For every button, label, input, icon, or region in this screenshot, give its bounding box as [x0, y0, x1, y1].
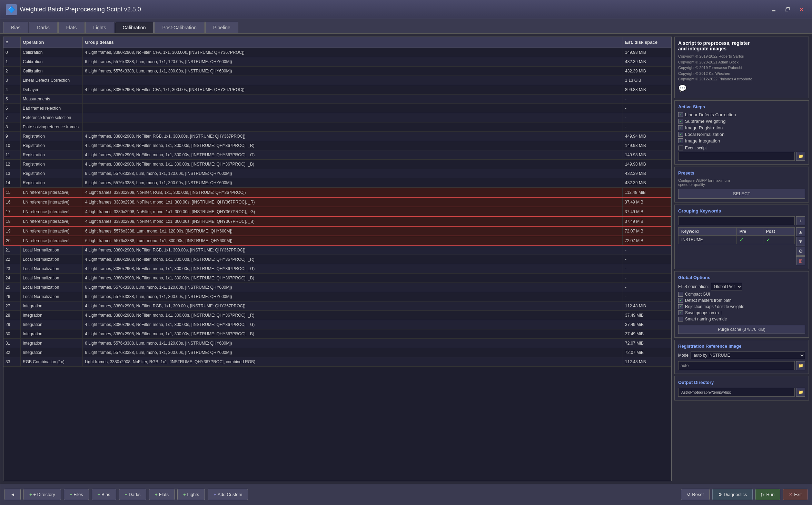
table-row[interactable]: 9 Registration 4 Light frames, 3380x2908…	[3, 132, 671, 141]
close-button[interactable]: ✕	[796, 5, 806, 14]
table-row[interactable]: 18 LN reference [interactive] 4 Light fr…	[3, 217, 671, 226]
minimize-button[interactable]: 🗕	[769, 5, 779, 14]
table-header: # Operation Group details Est. disk spac…	[3, 37, 671, 48]
tab-pipeline[interactable]: Pipeline	[205, 22, 238, 33]
tab-calibration[interactable]: Calibration	[115, 22, 154, 33]
event-script-folder-btn[interactable]: 📁	[796, 152, 805, 161]
event-script-checkbox[interactable]	[678, 146, 683, 150]
save-groups-row: Save groups on exit	[678, 310, 805, 315]
smart-naming-checkbox[interactable]	[678, 317, 683, 321]
table-row[interactable]: 12 Registration 4 Light frames, 3380x290…	[3, 160, 671, 169]
table-row[interactable]: 10 Registration 4 Light frames, 3380x290…	[3, 141, 671, 150]
lights-button[interactable]: + Lights	[177, 489, 205, 500]
settings-button[interactable]: ⚙	[796, 247, 805, 256]
table-row[interactable]: 26 Local Normalization 6 Light frames, 5…	[3, 292, 671, 301]
cell-op: Local Normalization	[21, 292, 83, 301]
table-row[interactable]: 8 Plate solving reference frames -	[3, 122, 671, 132]
run-button[interactable]: ▷ Run	[755, 489, 780, 500]
output-dir-input[interactable]	[678, 388, 795, 397]
tab-bias[interactable]: Bias	[3, 22, 28, 33]
reg-ref-auto-input[interactable]	[678, 361, 795, 370]
purge-cache-button[interactable]: Purge cache (378.76 KiB)	[678, 325, 805, 334]
event-script-input[interactable]	[678, 152, 795, 161]
bias-button[interactable]: + Bias	[92, 489, 116, 500]
flats-button[interactable]: + Flats	[149, 489, 175, 500]
tab-flats[interactable]: Flats	[58, 22, 85, 33]
step-label-integration: Image Integration	[685, 138, 720, 143]
step-local-norm: Local Normalization	[678, 132, 805, 137]
cell-size: 37.49 MiB	[623, 217, 671, 226]
table-row[interactable]: 28 Integration 4 Light frames, 3380x2908…	[3, 311, 671, 320]
keyword-input[interactable]	[678, 216, 795, 225]
move-down-button[interactable]: ▼	[796, 237, 805, 246]
cell-size: 72.07 MiB	[623, 339, 671, 348]
rejection-maps-checkbox[interactable]	[678, 304, 683, 309]
table-row[interactable]: 19 LN reference [interactive] 6 Light fr…	[3, 226, 671, 236]
table-row[interactable]: 30 Integration 4 Light frames, 3380x2908…	[3, 329, 671, 339]
cell-size: 432.39 MiB	[623, 178, 671, 187]
table-row[interactable]: 6 Bad frames rejection -	[3, 104, 671, 113]
detect-masters-checkbox[interactable]	[678, 298, 683, 303]
diag-label: Diagnostics	[724, 492, 747, 497]
reg-ref-auto-row: 📁	[678, 361, 805, 370]
step-checkbox-linear[interactable]	[678, 112, 683, 117]
table-row[interactable]: 4 Debayer 4 Light frames, 3380x2908, NoF…	[3, 85, 671, 95]
table-row[interactable]: 0 Calibration 4 Light frames, 3380x2908,…	[3, 48, 671, 57]
step-checkbox-subframe[interactable]	[678, 119, 683, 123]
table-row[interactable]: 7 Reference frame selection -	[3, 113, 671, 122]
diagnostics-button[interactable]: ⚙ Diagnostics	[712, 489, 753, 500]
fits-orientation-select[interactable]: Global Pref	[711, 283, 742, 290]
copyright-text: Copyright © 2019-2022 Roberto Sartori Co…	[678, 53, 805, 82]
table-row[interactable]: 20 LN reference [interactive] 6 Light fr…	[3, 236, 671, 246]
table-row[interactable]: 13 Registration 6 Light frames, 5576x338…	[3, 169, 671, 178]
tab-darks[interactable]: Darks	[29, 22, 58, 33]
table-body[interactable]: 0 Calibration 4 Light frames, 3380x2908,…	[3, 48, 671, 481]
table-row[interactable]: 33 RGB Combination (1x) Light frames, 33…	[3, 357, 671, 367]
table-row[interactable]: 31 Integration 6 Light frames, 5576x3388…	[3, 339, 671, 348]
directory-button[interactable]: + + Directory	[23, 489, 61, 500]
compact-gui-checkbox[interactable]	[678, 292, 683, 297]
step-registration: Image Registration	[678, 125, 805, 130]
presets-select-button[interactable]: SELECT	[678, 189, 805, 199]
table-row[interactable]: 1 Calibration 6 Light frames, 5576x3388,…	[3, 57, 671, 67]
output-dir-folder-btn[interactable]: 📁	[796, 388, 805, 397]
table-row[interactable]: 3 Linear Defects Correction 1.13 GiB	[3, 76, 671, 85]
table-row[interactable]: 32 Integration 6 Light frames, 5576x3388…	[3, 348, 671, 357]
exit-button[interactable]: ✕ Exit	[783, 489, 808, 500]
table-row[interactable]: 29 Integration 4 Light frames, 3380x2908…	[3, 320, 671, 329]
table-row[interactable]: 25 Local Normalization 6 Light frames, 5…	[3, 283, 671, 292]
step-checkbox-integration[interactable]	[678, 138, 683, 143]
table-row[interactable]: 24 Local Normalization 4 Light frames, 3…	[3, 274, 671, 283]
step-checkbox-reg[interactable]	[678, 125, 683, 130]
table-row[interactable]: 14 Registration 6 Light frames, 5576x338…	[3, 178, 671, 188]
tab-post-calibration[interactable]: Post-Calibration	[154, 22, 205, 33]
reg-ref-mode-select[interactable]: auto by INSTRUME	[691, 351, 805, 359]
table-row[interactable]: 15 LN reference [interactive] 4 Light fr…	[3, 188, 671, 197]
table-row[interactable]: 11 Registration 4 Light frames, 3380x290…	[3, 150, 671, 160]
reset-button[interactable]: ↺ Reset	[681, 489, 710, 500]
bottom-bar: ◄ + + Directory + Files + Bias + Darks +…	[0, 484, 812, 505]
reg-ref-folder-btn[interactable]: 📁	[796, 361, 805, 370]
table-row[interactable]: 27 Integration 4 Light frames, 3380x2908…	[3, 301, 671, 311]
delete-keyword-button[interactable]: 🗑	[796, 256, 805, 265]
table-row[interactable]: 16 LN reference [interactive] 4 Light fr…	[3, 197, 671, 207]
mode-label: Mode	[678, 353, 689, 358]
add-keyword-button[interactable]: +	[796, 216, 805, 225]
arrow-button[interactable]: ◄	[4, 489, 21, 500]
darks-button[interactable]: + Darks	[119, 489, 147, 500]
table-row[interactable]: 22 Local Normalization 4 Light frames, 3…	[3, 255, 671, 264]
table-row[interactable]: 23 Local Normalization 4 Light frames, 3…	[3, 264, 671, 274]
add-custom-button[interactable]: + Add Custom	[208, 489, 248, 500]
table-row[interactable]: 5 Measurements -	[3, 95, 671, 104]
tab-lights[interactable]: Lights	[85, 22, 114, 33]
step-checkbox-locnorm[interactable]	[678, 132, 683, 137]
maximize-button[interactable]: 🗗	[783, 5, 792, 14]
table-row[interactable]: 21 Local Normalization 4 Light frames, 3…	[3, 246, 671, 255]
move-up-button[interactable]: ▲	[796, 227, 805, 236]
table-row[interactable]: 17 LN reference [interactive] 4 Light fr…	[3, 207, 671, 217]
chat-icon[interactable]: 💬	[678, 84, 805, 92]
table-row[interactable]: 2 Calibration 6 Light frames, 5576x3388,…	[3, 67, 671, 76]
cell-num: 30	[3, 329, 21, 338]
save-groups-checkbox[interactable]	[678, 310, 683, 315]
files-button[interactable]: + Files	[64, 489, 89, 500]
